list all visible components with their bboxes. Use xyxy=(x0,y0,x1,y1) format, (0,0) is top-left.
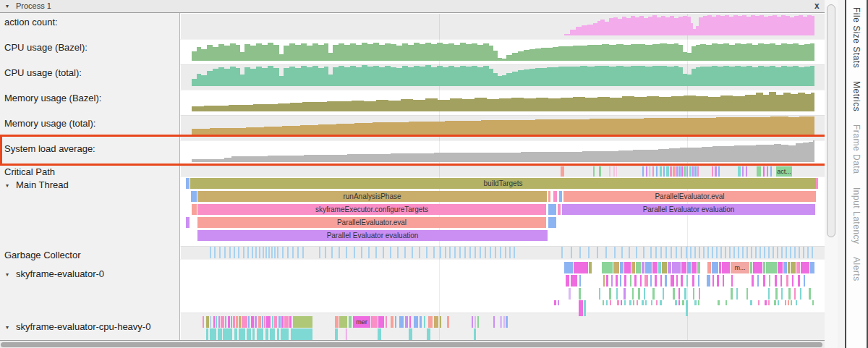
evaluator0-slice[interactable] xyxy=(717,275,719,287)
evaluator0-slice[interactable] xyxy=(571,275,577,287)
evaluator0-slice[interactable] xyxy=(662,262,667,273)
evaluator0-slice[interactable] xyxy=(629,300,631,305)
evaluator0-slice[interactable] xyxy=(731,288,733,300)
critical-path-slice[interactable] xyxy=(652,166,654,177)
critical-path-slice[interactable] xyxy=(694,166,697,177)
critical-path-slice[interactable] xyxy=(712,166,713,177)
gc-tick[interactable] xyxy=(433,247,435,258)
gc-tick[interactable] xyxy=(219,247,221,258)
gc-tick[interactable] xyxy=(803,247,804,258)
evaluator0-slice[interactable] xyxy=(780,275,782,287)
cpu-heavy-slice[interactable] xyxy=(346,328,346,340)
evaluator0-slice[interactable] xyxy=(707,275,710,287)
critical-path-slice[interactable] xyxy=(599,166,601,177)
collapse-triangle-icon[interactable]: ▾ xyxy=(6,182,9,189)
critical-path-slice[interactable] xyxy=(656,166,658,177)
gc-tick[interactable] xyxy=(271,247,273,258)
critical-path-slice[interactable] xyxy=(686,166,688,177)
evaluator0-slice[interactable] xyxy=(609,288,611,300)
cpu-heavy-slice[interactable] xyxy=(424,316,425,328)
gc-tick[interactable] xyxy=(354,247,355,258)
evaluator0-slice[interactable] xyxy=(678,288,680,300)
gc-tick[interactable] xyxy=(412,247,413,258)
evaluator0-slice[interactable] xyxy=(645,300,647,305)
gc-tick[interactable] xyxy=(764,247,765,258)
evaluator0-slice[interactable] xyxy=(656,300,658,305)
gc-tick[interactable] xyxy=(375,247,377,258)
gc-tick[interactable] xyxy=(760,247,761,258)
critical-path-slice[interactable] xyxy=(646,166,647,177)
evaluator0-slice[interactable] xyxy=(796,262,800,273)
cpu-heavy-slice[interactable] xyxy=(289,316,292,328)
gc-tick[interactable] xyxy=(777,247,778,258)
critical-path-slice[interactable] xyxy=(763,166,765,177)
evaluator0-slice[interactable] xyxy=(637,300,638,305)
gc-tick[interactable] xyxy=(597,247,598,258)
evaluator0-slice[interactable] xyxy=(610,300,611,305)
gc-tick[interactable] xyxy=(419,247,420,258)
counter-chart-cpu-total[interactable] xyxy=(181,64,825,90)
cpu-heavy-slice[interactable] xyxy=(270,328,275,340)
evaluator0-slice[interactable] xyxy=(678,300,680,305)
main-thread-slice[interactable] xyxy=(816,178,818,189)
cpu-heavy-slice[interactable] xyxy=(255,316,257,328)
cpu-heavy-slice[interactable] xyxy=(378,328,381,340)
gc-tick[interactable] xyxy=(297,247,299,258)
gc-tick[interactable] xyxy=(277,247,278,258)
gc-tick[interactable] xyxy=(383,247,384,258)
gc-tick[interactable] xyxy=(751,247,752,258)
cpu-heavy-slice[interactable] xyxy=(335,316,339,328)
cpu-heavy-slice[interactable] xyxy=(399,316,404,328)
gc-tick[interactable] xyxy=(690,247,692,258)
cpu-heavy-slice[interactable] xyxy=(242,316,247,328)
evaluator0-slice[interactable] xyxy=(698,300,699,305)
tab-alerts[interactable]: Alerts xyxy=(851,257,861,281)
critical-path-slice[interactable] xyxy=(663,166,665,177)
main-thread-slice[interactable]: buildTargets xyxy=(190,178,816,189)
gc-tick[interactable] xyxy=(259,247,260,258)
evaluator0-slice[interactable] xyxy=(752,275,754,287)
cpu-heavy-slice[interactable] xyxy=(391,316,393,328)
gc-tick[interactable] xyxy=(799,247,800,258)
evaluator0-slice[interactable] xyxy=(687,262,691,273)
gc-tick[interactable] xyxy=(265,247,267,258)
gc-tick[interactable] xyxy=(509,247,511,258)
cpu-heavy-slice[interactable] xyxy=(477,316,479,328)
gc-tick[interactable] xyxy=(790,247,791,258)
cpu-heavy-slice[interactable] xyxy=(284,316,289,328)
gc-tick[interactable] xyxy=(660,247,662,258)
evaluator0-slice[interactable] xyxy=(681,275,683,287)
evaluator0-slice[interactable] xyxy=(603,275,605,287)
evaluator0-slice[interactable] xyxy=(722,262,730,273)
cpu-heavy-slice[interactable] xyxy=(371,316,378,328)
gc-tick[interactable] xyxy=(495,247,496,258)
gc-tick[interactable] xyxy=(292,247,294,258)
evaluator0-slice[interactable] xyxy=(718,300,720,305)
evaluator0-slice[interactable] xyxy=(640,275,642,287)
gc-tick[interactable] xyxy=(454,247,456,258)
gc-tick[interactable] xyxy=(703,247,705,258)
evaluator0-slice[interactable] xyxy=(566,275,569,287)
gc-tick[interactable] xyxy=(224,247,226,258)
evaluator0-slice[interactable] xyxy=(763,275,765,287)
evaluator0-slice[interactable] xyxy=(624,262,631,273)
gc-tick[interactable] xyxy=(390,247,391,258)
cpu-heavy-slice[interactable] xyxy=(265,328,268,340)
critical-path-slice[interactable] xyxy=(678,166,681,177)
gc-tick[interactable] xyxy=(676,247,677,258)
critical-path-slice[interactable] xyxy=(660,166,662,177)
evaluator0-slice[interactable] xyxy=(633,300,634,305)
critical-path-slice[interactable] xyxy=(742,166,744,177)
cpu-heavy-slice[interactable] xyxy=(349,316,352,328)
evaluator0-slice[interactable] xyxy=(694,300,697,305)
main-thread-slice[interactable] xyxy=(186,178,190,189)
evaluator0-slice[interactable] xyxy=(589,262,592,273)
cpu-heavy-slice[interactable] xyxy=(386,316,387,328)
cpu-heavy-slice[interactable] xyxy=(427,328,430,340)
critical-path-slice[interactable] xyxy=(757,166,761,177)
cpu-heavy-slice[interactable] xyxy=(266,316,271,328)
cpu-heavy-slice[interactable] xyxy=(233,316,235,328)
gc-tick[interactable] xyxy=(514,247,515,258)
gc-tick[interactable] xyxy=(786,247,787,258)
critical-path-slice[interactable] xyxy=(616,166,617,177)
